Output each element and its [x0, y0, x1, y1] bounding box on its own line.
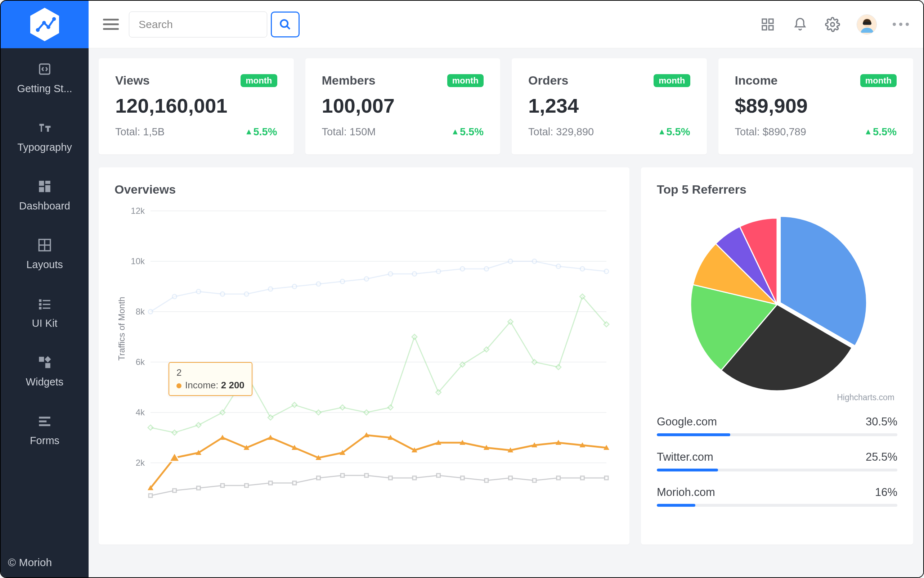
svg-point-52 — [268, 287, 273, 291]
referrers-pie-chart[interactable]: Highcharts.com — [657, 204, 897, 405]
svg-marker-21 — [45, 356, 51, 363]
search-group — [129, 11, 299, 37]
stat-card-views: Viewsmonth 120,160,001 Total: 1,5B5.5% — [99, 58, 294, 154]
svg-rect-6 — [39, 181, 44, 186]
referrer-name: Twitter.com — [657, 451, 713, 464]
user-avatar[interactable] — [857, 15, 877, 34]
svg-rect-116 — [365, 474, 368, 477]
sidebar-item-label: UI Kit — [32, 317, 58, 329]
stat-delta: 5.5% — [866, 126, 896, 138]
sidebar-item-layouts[interactable]: Layouts — [1, 224, 89, 283]
topbar — [89, 1, 923, 48]
sidebar-item-label: Typography — [17, 141, 72, 153]
stat-title: Orders — [528, 73, 569, 88]
svg-point-54 — [316, 282, 320, 286]
svg-rect-17 — [39, 307, 41, 310]
referrer-pct: 30.5% — [865, 415, 897, 428]
svg-text:2k: 2k — [136, 458, 145, 468]
stat-delta: 5.5% — [247, 126, 277, 138]
referrer-bar-fill — [657, 504, 695, 507]
sidebar: Getting St... Typography Dashboard Layou… — [1, 1, 89, 577]
svg-point-3 — [46, 25, 50, 29]
svg-marker-72 — [268, 415, 273, 420]
referrer-pct: 16% — [875, 486, 897, 499]
brand-logo[interactable] — [1, 1, 89, 48]
svg-rect-114 — [317, 476, 320, 480]
apps-icon[interactable] — [760, 16, 776, 33]
svg-rect-24 — [39, 424, 50, 426]
referrer-pct: 25.5% — [865, 451, 897, 464]
overviews-chart[interactable]: Traffics of Month 2k4k6k8k10k12k 2 Incom… — [114, 204, 613, 528]
svg-rect-13 — [39, 299, 41, 302]
sidebar-item-ui-kit[interactable]: UI Kit — [1, 283, 89, 341]
svg-text:8k: 8k — [136, 307, 145, 317]
svg-marker-75 — [340, 405, 345, 410]
svg-point-59 — [436, 269, 441, 274]
chart-tooltip: 2 Income: 2 200 — [169, 362, 252, 396]
sidebar-item-widgets[interactable]: Widgets — [1, 341, 89, 400]
sidebar-item-label: Forms — [30, 435, 59, 446]
stat-title: Views — [115, 73, 150, 88]
svg-rect-16 — [43, 304, 50, 305]
search-input[interactable] — [129, 11, 267, 37]
search-button[interactable] — [271, 11, 299, 37]
referrer-item: Twitter.com25.5% — [657, 451, 897, 471]
sidebar-item-typography[interactable]: Typography — [1, 107, 89, 166]
more-menu-button[interactable] — [893, 23, 909, 26]
code-braces-icon — [36, 60, 53, 78]
notifications-icon[interactable] — [792, 16, 808, 33]
svg-rect-9 — [39, 187, 44, 192]
content-area: Viewsmonth 120,160,001 Total: 1,5B5.5% M… — [89, 48, 923, 577]
svg-rect-29 — [762, 26, 767, 30]
referrer-bar-track — [657, 504, 897, 507]
tooltip-value: 2 200 — [221, 380, 244, 390]
referrer-list: Google.com30.5%Twitter.com25.5%Morioh.co… — [657, 415, 897, 507]
svg-point-63 — [532, 259, 537, 263]
sidebar-item-label: Widgets — [26, 376, 64, 388]
stat-value: 1,234 — [528, 94, 690, 117]
svg-rect-15 — [39, 303, 41, 305]
referrer-bar-fill — [657, 469, 718, 471]
svg-point-65 — [580, 267, 584, 271]
svg-point-57 — [388, 272, 392, 276]
settings-icon[interactable] — [824, 16, 841, 33]
stat-total: Total: 1,5B — [115, 126, 164, 138]
svg-rect-23 — [39, 421, 46, 422]
svg-rect-20 — [46, 363, 50, 368]
app-frame: Getting St... Typography Dashboard Layou… — [0, 0, 924, 578]
svg-rect-27 — [762, 19, 767, 23]
menu-toggle-button[interactable] — [103, 16, 119, 32]
sidebar-item-forms[interactable]: Forms — [1, 400, 89, 459]
stat-delta: 5.5% — [660, 126, 690, 138]
topbar-actions — [760, 15, 909, 34]
svg-rect-108 — [173, 489, 176, 492]
svg-rect-117 — [389, 476, 392, 480]
svg-point-48 — [172, 294, 177, 299]
svg-marker-84 — [556, 365, 561, 370]
stat-value: 120,160,001 — [115, 94, 277, 117]
layouts-icon — [36, 237, 53, 254]
referrer-bar-track — [657, 434, 897, 436]
svg-rect-8 — [46, 185, 50, 192]
tooltip-marker-icon — [176, 383, 182, 388]
stat-title: Members — [322, 73, 376, 88]
sidebar-item-dashboard[interactable]: Dashboard — [1, 166, 89, 224]
svg-marker-90 — [220, 435, 225, 440]
sidebar-item-label: Dashboard — [19, 200, 70, 212]
referrers-panel: Top 5 Referrers Highcharts.com Google.co… — [641, 167, 913, 544]
sidebar-item-getting-started[interactable]: Getting St... — [1, 48, 89, 107]
svg-text:6k: 6k — [136, 357, 145, 367]
svg-text:4k: 4k — [136, 408, 145, 417]
svg-point-56 — [364, 277, 369, 281]
svg-rect-19 — [39, 357, 44, 362]
stat-value: 100,007 — [322, 94, 484, 117]
svg-rect-22 — [39, 417, 50, 419]
chart-credit-link[interactable]: Highcharts.com — [837, 393, 895, 403]
svg-rect-113 — [293, 481, 296, 485]
svg-rect-121 — [485, 479, 488, 482]
overviews-panel: Overviews Traffics of Month 2k4k6k8k10k1… — [99, 167, 630, 544]
stat-value: $89,909 — [735, 94, 897, 117]
svg-rect-119 — [437, 474, 441, 477]
svg-rect-14 — [43, 300, 50, 302]
period-badge: month — [241, 74, 277, 87]
